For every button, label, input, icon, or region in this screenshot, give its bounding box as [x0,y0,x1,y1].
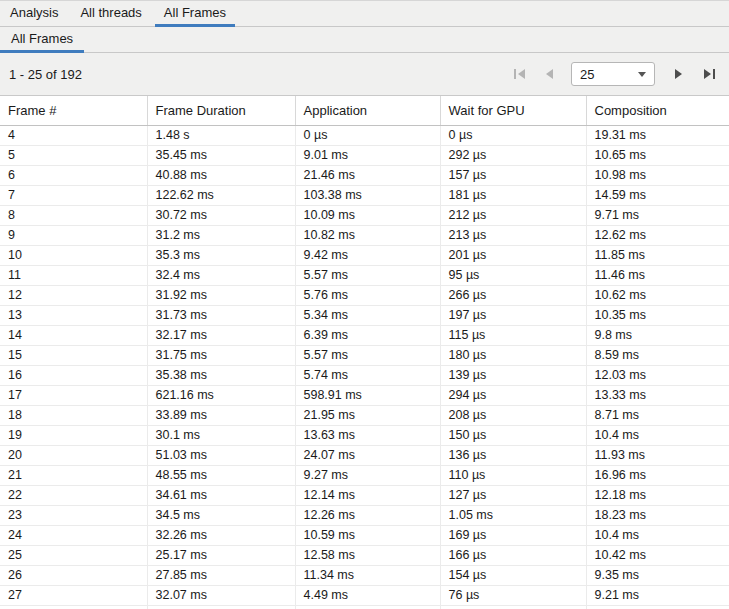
table-cell: 34.61 ms [147,485,295,505]
page-size-select[interactable]: 25 [571,62,655,86]
table-cell: 139 µs [440,365,586,385]
column-header-application[interactable]: Application [295,96,440,125]
table-cell: 17 [0,385,147,405]
table-cell: 35.45 ms [147,145,295,165]
frames-table-body: 41.48 s0 µs0 µs19.31 ms535.45 ms9.01 ms2… [0,125,729,609]
tab-all-frames[interactable]: All Frames [155,1,235,27]
table-cell: 10.82 ms [295,225,440,245]
next-page-button[interactable] [667,62,691,86]
table-cell: 110 µs [440,465,586,485]
table-cell: 14.59 ms [586,185,729,205]
tab-analysis[interactable]: Analysis [1,1,67,27]
table-row[interactable]: 535.45 ms9.01 ms292 µs10.65 ms [0,145,729,165]
table-row[interactable]: 2234.61 ms12.14 ms127 µs12.18 ms [0,485,729,505]
table-cell: 5.34 ms [295,305,440,325]
table-row[interactable]: 41.48 s0 µs0 µs19.31 ms [0,125,729,145]
table-cell: 48.55 ms [147,465,295,485]
table-cell: 103.38 ms [295,185,440,205]
table-row[interactable]: 1833.89 ms21.95 ms208 µs8.71 ms [0,405,729,425]
column-header-frame[interactable]: Frame # [0,96,147,125]
table-cell: 32.17 ms [147,325,295,345]
table-cell: 4.49 ms [295,585,440,605]
table-cell: 10.62 ms [586,285,729,305]
chevron-down-icon [638,72,646,77]
table-cell: 18 [0,405,147,425]
table-cell: 10.35 ms [586,305,729,325]
table-row[interactable]: 2732.07 ms4.49 ms76 µs9.21 ms [0,585,729,605]
table-row[interactable]: 1035.3 ms9.42 ms201 µs11.85 ms [0,245,729,265]
table-cell: 11.85 ms [586,245,729,265]
table-row[interactable]: 931.2 ms10.82 ms213 µs12.62 ms [0,225,729,245]
table-cell: 201 µs [440,245,586,265]
table-cell: 1.05 ms [440,505,586,525]
table-cell: 12.14 ms [295,485,440,505]
table-cell: 5.57 ms [295,265,440,285]
column-header-frame-duration[interactable]: Frame Duration [147,96,295,125]
table-cell: 197 µs [440,305,586,325]
table-row[interactable]: 2432.26 ms10.59 ms169 µs10.4 ms [0,525,729,545]
pager-controls: 25 [501,62,721,86]
table-cell: 0 µs [440,125,586,145]
table-cell: 213 µs [440,225,586,245]
table-row[interactable]: 1531.75 ms5.57 ms180 µs8.59 ms [0,345,729,365]
table-row[interactable]: 1432.17 ms6.39 ms115 µs9.8 ms [0,325,729,345]
table-cell: 30.72 ms [147,205,295,225]
table-cell: 28 [0,605,147,609]
table-row[interactable]: 640.88 ms21.46 ms157 µs10.98 ms [0,165,729,185]
table-cell: 32.07 ms [147,585,295,605]
table-row[interactable]: 830.72 ms10.09 ms212 µs9.71 ms [0,205,729,225]
table-row[interactable]: 2051.03 ms24.07 ms136 µs11.93 ms [0,445,729,465]
table-cell: 13.33 ms [586,385,729,405]
table-cell: 11.34 ms [295,565,440,585]
table-cell: 31.92 ms [147,285,295,305]
table-cell: 9.8 ms [586,325,729,345]
table-cell: 122.62 ms [147,185,295,205]
table-row[interactable]: 2148.55 ms9.27 ms110 µs16.96 ms [0,465,729,485]
table-cell: 1.48 s [147,125,295,145]
table-row[interactable]: 2334.5 ms12.26 ms1.05 ms18.23 ms [0,505,729,525]
column-header-wait-for-gpu[interactable]: Wait for GPU [440,96,586,125]
table-row[interactable]: 1331.73 ms5.34 ms197 µs10.35 ms [0,305,729,325]
table-cell: 8.59 ms [586,345,729,365]
table-cell: 16.96 ms [586,465,729,485]
table-cell: 10.4 ms [586,525,729,545]
table-cell: 621.16 ms [147,385,295,405]
table-cell: 5.76 ms [295,285,440,305]
table-cell: 6 [0,165,147,185]
table-cell: 10.65 ms [586,145,729,165]
tab-all-threads[interactable]: All threads [71,1,150,27]
table-cell: 10.42 ms [586,545,729,565]
table-cell: 32.4 ms [147,265,295,285]
table-cell: 25.17 ms [147,545,295,565]
table-cell: 33.89 ms [147,405,295,425]
table-cell: 95 µs [440,265,586,285]
table-row[interactable]: 1930.1 ms13.63 ms150 µs10.4 ms [0,425,729,445]
table-row[interactable]: 2525.17 ms12.58 ms166 µs10.42 ms [0,545,729,565]
table-row[interactable]: 2627.85 ms11.34 ms154 µs9.35 ms [0,565,729,585]
first-page-button [507,62,531,86]
table-cell: 10 [0,245,147,265]
last-page-button[interactable] [697,62,721,86]
table-cell: 16 [0,365,147,385]
table-row[interactable]: 1231.92 ms5.76 ms266 µs10.62 ms [0,285,729,305]
table-cell: 157 µs [440,165,586,185]
table-cell: 22 [0,485,147,505]
previous-page-icon [544,68,554,80]
pagination-bar: 1 - 25 of 192 25 [0,53,729,96]
table-cell: 11.46 ms [586,265,729,285]
table-cell: 12.03 ms [586,365,729,385]
table-row[interactable]: 1132.4 ms5.57 ms95 µs11.46 ms [0,265,729,285]
table-cell: 136 µs [440,445,586,465]
table-row[interactable]: 1635.38 ms5.74 ms139 µs12.03 ms [0,365,729,385]
frames-table: Frame #Frame DurationApplicationWait for… [0,96,729,609]
previous-page-button [537,62,561,86]
table-cell: 12 [0,285,147,305]
subtab-all-frames[interactable]: All Frames [0,27,84,53]
table-row[interactable]: 7122.62 ms103.38 ms181 µs14.59 ms [0,185,729,205]
table-row[interactable]: 2834.75 ms5.52 ms89 µs10.89 ms [0,605,729,609]
table-cell: 9.01 ms [295,145,440,165]
table-cell: 10.89 ms [586,605,729,609]
column-header-composition[interactable]: Composition [586,96,729,125]
table-row[interactable]: 17621.16 ms598.91 ms294 µs13.33 ms [0,385,729,405]
table-cell: 21.46 ms [295,165,440,185]
